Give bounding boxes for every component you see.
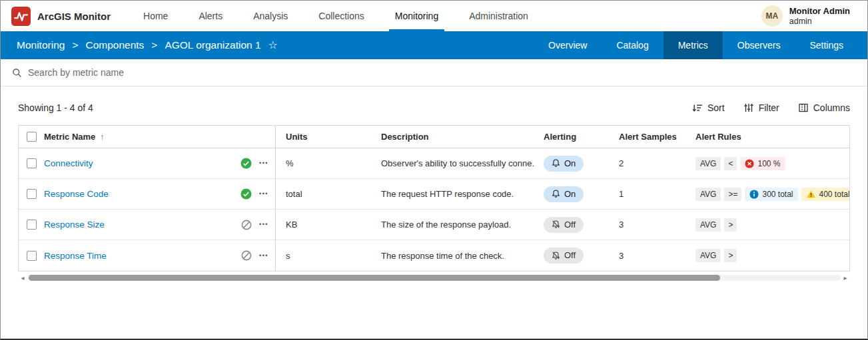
- ellipsis-icon: •••: [259, 252, 268, 259]
- aggregation-chip: AVG: [695, 218, 721, 232]
- table-toolbar: Showing 1 - 4 of 4 Sort Filter: [18, 99, 850, 116]
- description-cell: The request HTTP response code.: [371, 179, 534, 209]
- avatar[interactable]: MA: [761, 5, 783, 27]
- operator-chip: >: [724, 249, 737, 262]
- critical-threshold-chip: 100 %: [740, 157, 785, 170]
- select-all-checkbox[interactable]: [27, 132, 37, 142]
- info-threshold-chip: 300 total: [745, 188, 797, 201]
- nav-item-monitoring[interactable]: Monitoring: [380, 1, 454, 31]
- breadcrumb-monitoring[interactable]: Monitoring: [17, 39, 65, 51]
- nav-item-home[interactable]: Home: [128, 1, 183, 31]
- row-status-group: •••: [241, 250, 268, 261]
- favorite-star-icon[interactable]: ☆: [268, 40, 278, 51]
- table-tools: Sort Filter Columns: [692, 102, 850, 113]
- row-actions-button[interactable]: •••: [259, 252, 268, 260]
- alerting-toggle[interactable]: On: [544, 156, 584, 172]
- description-cell: The size of the response payload.: [371, 210, 534, 240]
- alert-rules-cell: AVG >: [685, 240, 849, 271]
- brand: ArcGIS Monitor: [1, 1, 128, 31]
- threshold-value: 100 %: [757, 159, 780, 168]
- metric-name-cell: Response Time •••: [44, 240, 276, 271]
- sort-button[interactable]: Sort: [692, 102, 725, 113]
- alerting-state-label: On: [564, 189, 576, 199]
- status-disabled-icon: [241, 220, 252, 230]
- breadcrumb-components[interactable]: Components: [85, 39, 144, 51]
- user-role: admin: [789, 17, 850, 26]
- nav-item-alerts[interactable]: Alerts: [183, 1, 238, 31]
- ellipsis-icon: •••: [259, 190, 268, 197]
- search-icon: [12, 68, 22, 78]
- sort-ascending-icon: ↑: [100, 132, 104, 142]
- row-actions-button[interactable]: •••: [259, 159, 268, 168]
- filter-button[interactable]: Filter: [743, 102, 779, 113]
- metric-link[interactable]: Response Code: [44, 189, 109, 199]
- scrollbar-thumb[interactable]: [29, 275, 720, 281]
- alerting-state-label: Off: [564, 220, 576, 230]
- top-bar: ArcGIS Monitor Home Alerts Analysis Coll…: [1, 1, 867, 31]
- nav-item-analysis[interactable]: Analysis: [238, 1, 303, 31]
- header-units: Units: [276, 126, 371, 148]
- metric-link[interactable]: Response Time: [44, 251, 107, 261]
- metrics-table: Metric Name ↑ Units Description Alerting…: [18, 125, 850, 271]
- page: ArcGIS Monitor Home Alerts Analysis Coll…: [0, 0, 868, 340]
- tab-settings[interactable]: Settings: [795, 31, 858, 59]
- warning-icon: [806, 190, 816, 199]
- arcgis-monitor-logo-icon: [11, 7, 31, 26]
- breadcrumb-separator-icon: >: [151, 39, 157, 51]
- row-checkbox[interactable]: [27, 220, 37, 230]
- user-name: Monitor Admin: [789, 6, 850, 17]
- nav-item-administration[interactable]: Administration: [454, 1, 544, 31]
- search-bar: [1, 59, 867, 86]
- info-icon: [749, 190, 759, 199]
- top-nav: Home Alerts Analysis Collections Monitor…: [128, 1, 544, 31]
- row-status-group: •••: [240, 158, 268, 169]
- description-cell: The response time of the check.: [371, 240, 534, 271]
- units-cell: KB: [276, 210, 371, 240]
- row-checkbox-cell: [19, 210, 44, 240]
- scrollbar-track[interactable]: [27, 275, 841, 281]
- threshold-value: 300 total: [762, 190, 793, 199]
- row-checkbox[interactable]: [27, 158, 37, 168]
- columns-label: Columns: [813, 102, 850, 113]
- alerting-toggle[interactable]: Off: [544, 248, 584, 263]
- units-cell: %: [276, 148, 371, 178]
- filter-label: Filter: [759, 102, 779, 113]
- header-description: Description: [371, 126, 534, 148]
- nav-item-collections[interactable]: Collections: [303, 1, 379, 31]
- columns-button[interactable]: Columns: [798, 102, 850, 113]
- header-metric-name[interactable]: Metric Name ↑: [44, 126, 276, 148]
- breadcrumb-bar: Monitoring > Components > AGOL organizat…: [1, 31, 867, 59]
- table-header-row: Metric Name ↑ Units Description Alerting…: [19, 126, 849, 148]
- scroll-left-icon[interactable]: ◂: [18, 275, 27, 281]
- alerting-cell: Off: [534, 210, 609, 240]
- breadcrumb-separator-icon: >: [72, 39, 78, 51]
- alerting-cell: On: [534, 148, 609, 178]
- user-area: MA Monitor Admin admin: [761, 1, 867, 31]
- scroll-right-icon[interactable]: ▸: [841, 275, 850, 281]
- table-row: Response Size ••• KB The size of the res…: [19, 210, 849, 240]
- alert-samples-cell: 2: [609, 148, 685, 178]
- metric-link[interactable]: Connectivity: [44, 158, 93, 168]
- component-tabs: Overview Catalog Metrics Observers Setti…: [534, 31, 858, 59]
- row-actions-button[interactable]: •••: [259, 190, 268, 198]
- tab-overview[interactable]: Overview: [534, 31, 602, 59]
- ellipsis-icon: •••: [259, 160, 268, 166]
- tab-metrics[interactable]: Metrics: [663, 31, 723, 59]
- operator-chip: >=: [724, 188, 741, 201]
- row-checkbox[interactable]: [27, 189, 37, 199]
- search-input[interactable]: [28, 67, 308, 78]
- aggregation-chip: AVG: [695, 157, 721, 170]
- tab-catalog[interactable]: Catalog: [602, 31, 663, 59]
- row-actions-button[interactable]: •••: [259, 220, 268, 229]
- critical-icon: [745, 159, 754, 168]
- alerting-cell: Off: [534, 240, 609, 271]
- row-checkbox[interactable]: [27, 251, 37, 261]
- tab-observers[interactable]: Observers: [723, 31, 795, 59]
- alerting-state-label: On: [564, 158, 576, 168]
- metric-link[interactable]: Response Size: [44, 220, 105, 230]
- content: Showing 1 - 4 of 4 Sort Filter: [1, 86, 867, 339]
- alerting-toggle[interactable]: Off: [544, 217, 584, 233]
- header-alert-samples: Alert Samples: [609, 126, 685, 148]
- alerting-toggle[interactable]: On: [544, 186, 584, 202]
- units-cell: total: [276, 179, 371, 209]
